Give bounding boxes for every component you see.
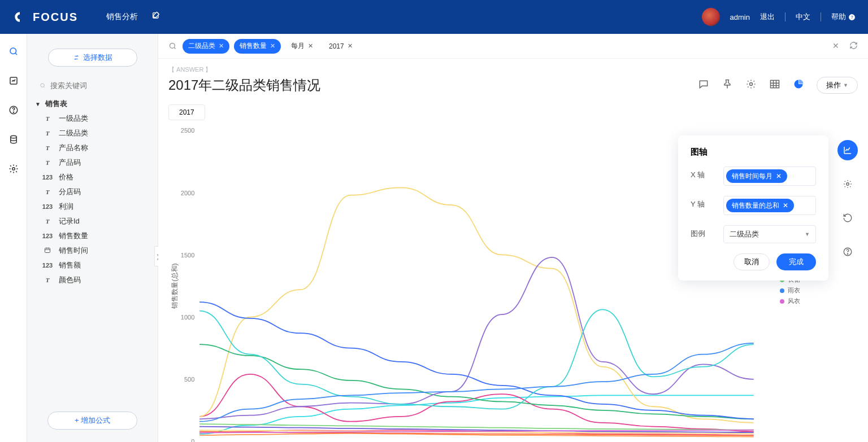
field-type-icon: T [42, 159, 53, 166]
chart-settings-icon[interactable] [837, 174, 858, 194]
svg-text:1500: 1500 [181, 252, 194, 259]
comment-icon[interactable] [698, 78, 709, 92]
legend-select-value: 二级品类 [730, 229, 759, 239]
query-pill[interactable]: 2017✕ [323, 39, 358, 54]
field-label: 一级品类 [59, 113, 88, 124]
query-pill[interactable]: 销售数量✕ [234, 39, 281, 54]
help-link[interactable]: 帮助 ? [831, 12, 856, 22]
search-icon [168, 42, 177, 50]
svg-point-7 [10, 135, 16, 138]
rail-help-icon[interactable] [8, 105, 19, 115]
answer-tag: 【 ANSWER 】 [168, 65, 868, 74]
svg-point-8 [12, 168, 15, 170]
field-item[interactable]: T一级品类 [27, 111, 158, 126]
rail-pinboard-icon[interactable] [8, 76, 19, 86]
query-pill-label: 销售数量 [240, 41, 267, 51]
settings-icon[interactable] [745, 78, 757, 92]
legend-item[interactable]: 雨衣 [780, 286, 828, 295]
help-label: 帮助 [831, 12, 846, 22]
field-item[interactable]: T产品码 [27, 155, 158, 170]
rail-settings-icon[interactable] [8, 164, 19, 174]
yaxis-tag[interactable]: 销售数量的总和✕ [726, 199, 794, 212]
field-label: 价格 [59, 172, 73, 182]
field-item[interactable]: 123价格 [27, 170, 158, 185]
table-icon[interactable] [769, 78, 780, 92]
field-search[interactable] [40, 81, 145, 90]
legend-item[interactable]: 风衣 [780, 297, 828, 305]
panel-title: 图轴 [691, 147, 816, 157]
logo: FOCUS [12, 10, 78, 24]
close-icon[interactable]: ✕ [348, 42, 353, 50]
page-title: 2017年二级品类销售情况 [168, 76, 320, 94]
legend-select[interactable]: 二级品类 ▼ [723, 225, 816, 243]
field-type-icon: T [42, 130, 53, 137]
confirm-button[interactable]: 完成 [776, 253, 816, 270]
close-icon[interactable]: ✕ [776, 172, 782, 180]
field-item[interactable]: 123销售额 [27, 258, 158, 273]
field-item[interactable]: T颜色码 [27, 273, 158, 287]
svg-text:2500: 2500 [181, 127, 194, 134]
field-item[interactable]: T产品名称 [27, 141, 158, 155]
field-item[interactable]: 123利润 [27, 199, 158, 214]
yaxis-tagbox[interactable]: 销售数量的总和✕ [723, 196, 816, 215]
avatar[interactable] [702, 8, 720, 26]
refresh-icon[interactable] [849, 41, 858, 51]
query-pill[interactable]: 每月✕ [285, 39, 319, 54]
field-type-icon [42, 247, 53, 255]
svg-point-36 [847, 253, 848, 254]
axis-config-icon[interactable] [837, 140, 858, 160]
caret-down-icon: ▼ [805, 231, 810, 237]
clear-query-icon[interactable]: ✕ [832, 41, 839, 51]
chart-icon[interactable] [793, 78, 804, 92]
axis-config-panel: 图轴 X 轴 销售时间每月✕ Y 轴 销售数量的总和✕ 图例 二级品类 ▼ [678, 135, 828, 281]
field-item[interactable]: 销售时间 [27, 243, 158, 258]
field-label: 颜色码 [59, 275, 81, 285]
field-type-icon: T [42, 115, 53, 122]
caret-down-icon: ▼ [843, 82, 848, 88]
svg-text:1000: 1000 [181, 314, 194, 321]
xaxis-tag[interactable]: 销售时间每月✕ [726, 169, 787, 183]
edit-icon[interactable] [151, 11, 160, 23]
info-icon[interactable] [837, 242, 858, 262]
cancel-button[interactable]: 取消 [734, 253, 770, 270]
main-area: 二级品类✕销售数量✕每月✕2017✕ ✕ 【 ANSWER 】 2017年二级品… [158, 34, 868, 442]
field-item[interactable]: T记录Id [27, 214, 158, 229]
field-search-input[interactable] [50, 81, 145, 90]
close-icon[interactable]: ✕ [783, 202, 788, 209]
query-pill[interactable]: 二级品类✕ [183, 39, 229, 54]
close-icon[interactable]: ✕ [219, 42, 224, 50]
logout-link[interactable]: 退出 [760, 12, 775, 22]
field-item[interactable]: 123销售数量 [27, 229, 158, 243]
field-label: 产品码 [59, 157, 81, 168]
svg-text:销售数量(总和): 销售数量(总和) [171, 263, 179, 309]
reset-icon[interactable] [837, 208, 858, 228]
yaxis-label: Y 轴 [691, 196, 715, 209]
topbar: FOCUS 销售分析 admin 退出 中文 帮助 ? [0, 0, 868, 34]
rail-data-icon[interactable] [8, 134, 19, 145]
field-label: 利润 [59, 202, 73, 212]
field-type-icon: T [42, 218, 53, 225]
svg-text:500: 500 [184, 376, 194, 383]
operations-button[interactable]: 操作▼ [817, 77, 858, 94]
field-item[interactable]: T二级品类 [27, 126, 158, 141]
legend-swatch-icon [780, 288, 784, 293]
select-datasource-button[interactable]: 选择数据 [48, 49, 137, 67]
exchange-icon [73, 54, 80, 61]
nav-sales-analysis[interactable]: 销售分析 [106, 12, 138, 22]
divider [785, 12, 785, 21]
pin-icon[interactable] [722, 78, 733, 92]
field-type-icon: 123 [42, 174, 53, 181]
add-formula-button[interactable]: + 增加公式 [47, 412, 137, 430]
svg-point-6 [13, 112, 14, 112]
query-pill-label: 每月 [291, 41, 305, 51]
close-icon[interactable]: ✕ [270, 42, 275, 50]
xaxis-tagbox[interactable]: 销售时间每月✕ [723, 167, 816, 186]
svg-text:2000: 2000 [181, 190, 194, 196]
svg-point-3 [10, 48, 16, 54]
year-tab[interactable]: 2017 [168, 104, 205, 120]
field-item[interactable]: T分店码 [27, 185, 158, 199]
tree-table[interactable]: ▼ 销售表 [27, 97, 158, 111]
close-icon[interactable]: ✕ [308, 42, 313, 50]
rail-search-icon[interactable] [8, 46, 19, 56]
lang-link[interactable]: 中文 [796, 12, 810, 22]
